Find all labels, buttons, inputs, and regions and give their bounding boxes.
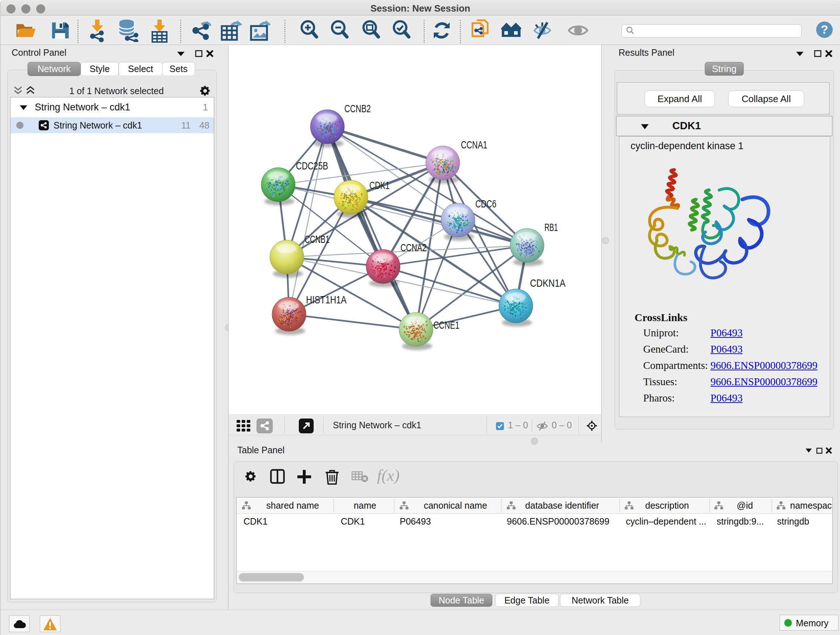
svg-text:CCNE1: CCNE1 xyxy=(433,319,459,331)
svg-text:CCNA2: CCNA2 xyxy=(401,242,426,253)
svg-text:CDK1: CDK1 xyxy=(369,180,390,191)
svg-text:CCNB2: CCNB2 xyxy=(344,103,371,114)
svg-text:RB1: RB1 xyxy=(545,222,558,233)
svg-text:CDC6: CDC6 xyxy=(475,198,496,210)
svg-text:?: ? xyxy=(821,23,828,36)
svg-text:HIST1H1A: HIST1H1A xyxy=(306,294,347,306)
svg-text:CDKN1A: CDKN1A xyxy=(530,277,566,289)
svg-text:CDC25B: CDC25B xyxy=(296,160,328,172)
svg-text:CCNB1: CCNB1 xyxy=(305,233,330,245)
svg-text:CCNA1: CCNA1 xyxy=(461,139,487,150)
